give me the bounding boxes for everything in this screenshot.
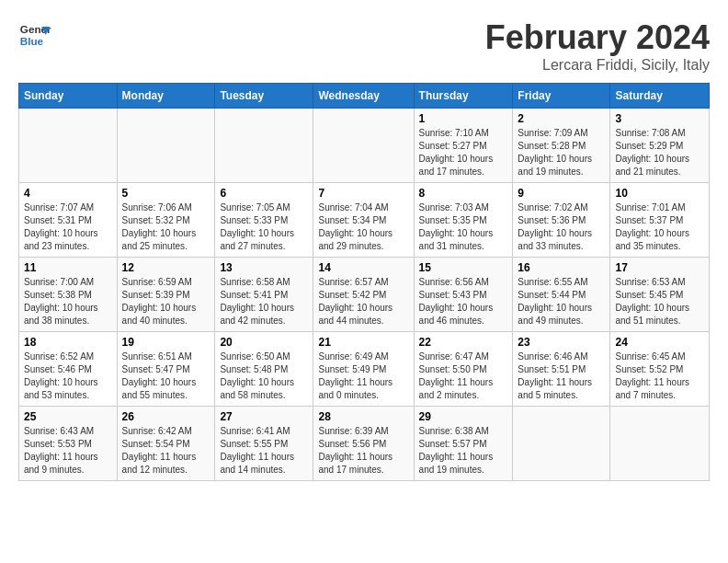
- calendar-day-cell: 12Sunrise: 6:59 AM Sunset: 5:39 PM Dayli…: [117, 258, 215, 332]
- calendar-day-cell: 6Sunrise: 7:05 AM Sunset: 5:33 PM Daylig…: [215, 183, 313, 258]
- day-number: 19: [122, 336, 210, 349]
- calendar-header-cell: Monday: [117, 84, 215, 109]
- day-info: Sunrise: 6:46 AM Sunset: 5:51 PM Dayligh…: [518, 350, 605, 402]
- logo: General Blue: [18, 18, 51, 52]
- calendar-day-cell: [313, 109, 414, 183]
- day-info: Sunrise: 6:58 AM Sunset: 5:41 PM Dayligh…: [220, 276, 308, 327]
- calendar-day-cell: [513, 407, 610, 481]
- day-number: 7: [318, 187, 408, 200]
- day-info: Sunrise: 6:38 AM Sunset: 5:57 PM Dayligh…: [419, 425, 508, 477]
- day-number: 16: [518, 261, 605, 274]
- day-info: Sunrise: 6:50 AM Sunset: 5:48 PM Dayligh…: [220, 350, 308, 402]
- day-info: Sunrise: 6:52 AM Sunset: 5:46 PM Dayligh…: [24, 350, 112, 402]
- day-info: Sunrise: 7:05 AM Sunset: 5:33 PM Dayligh…: [220, 201, 308, 253]
- day-info: Sunrise: 6:51 AM Sunset: 5:47 PM Dayligh…: [122, 350, 210, 402]
- day-number: 28: [318, 410, 408, 423]
- title-section: February 2024 Lercara Friddi, Sicily, It…: [485, 18, 710, 74]
- day-info: Sunrise: 7:09 AM Sunset: 5:28 PM Dayligh…: [518, 127, 605, 178]
- day-number: 29: [419, 410, 508, 423]
- day-number: 17: [615, 261, 704, 274]
- day-number: 22: [419, 336, 508, 349]
- calendar-day-cell: 24Sunrise: 6:45 AM Sunset: 5:52 PM Dayli…: [610, 332, 710, 407]
- day-info: Sunrise: 6:57 AM Sunset: 5:42 PM Dayligh…: [318, 276, 408, 327]
- calendar-day-cell: 10Sunrise: 7:01 AM Sunset: 5:37 PM Dayli…: [610, 183, 710, 258]
- calendar-day-cell: 1Sunrise: 7:10 AM Sunset: 5:27 PM Daylig…: [414, 109, 513, 183]
- day-info: Sunrise: 6:43 AM Sunset: 5:53 PM Dayligh…: [24, 425, 112, 477]
- day-info: Sunrise: 7:00 AM Sunset: 5:38 PM Dayligh…: [24, 276, 112, 327]
- day-number: 21: [318, 336, 408, 349]
- day-number: 12: [122, 261, 210, 274]
- calendar-day-cell: 3Sunrise: 7:08 AM Sunset: 5:29 PM Daylig…: [610, 109, 710, 183]
- day-info: Sunrise: 6:47 AM Sunset: 5:50 PM Dayligh…: [419, 350, 508, 402]
- calendar-day-cell: 27Sunrise: 6:41 AM Sunset: 5:55 PM Dayli…: [215, 407, 313, 481]
- day-info: Sunrise: 6:55 AM Sunset: 5:44 PM Dayligh…: [518, 276, 605, 327]
- calendar-day-cell: [610, 407, 710, 481]
- calendar-day-cell: 8Sunrise: 7:03 AM Sunset: 5:35 PM Daylig…: [414, 183, 513, 258]
- calendar-day-cell: 18Sunrise: 6:52 AM Sunset: 5:46 PM Dayli…: [19, 332, 118, 407]
- day-info: Sunrise: 6:56 AM Sunset: 5:43 PM Dayligh…: [419, 276, 508, 327]
- calendar-week-row: 18Sunrise: 6:52 AM Sunset: 5:46 PM Dayli…: [19, 332, 710, 407]
- calendar-day-cell: 13Sunrise: 6:58 AM Sunset: 5:41 PM Dayli…: [215, 258, 313, 332]
- day-info: Sunrise: 7:06 AM Sunset: 5:32 PM Dayligh…: [122, 201, 210, 253]
- calendar-day-cell: 20Sunrise: 6:50 AM Sunset: 5:48 PM Dayli…: [215, 332, 313, 407]
- calendar-header-cell: Sunday: [19, 84, 118, 109]
- calendar-day-cell: 25Sunrise: 6:43 AM Sunset: 5:53 PM Dayli…: [19, 407, 118, 481]
- page-header: General Blue February 2024 Lercara Fridd…: [18, 18, 710, 74]
- day-number: 10: [615, 187, 704, 200]
- calendar-table: SundayMondayTuesdayWednesdayThursdayFrid…: [18, 83, 710, 481]
- day-number: 2: [518, 112, 605, 125]
- calendar-header-cell: Friday: [513, 84, 610, 109]
- day-number: 26: [122, 410, 210, 423]
- day-number: 5: [122, 187, 210, 200]
- day-info: Sunrise: 6:42 AM Sunset: 5:54 PM Dayligh…: [122, 425, 210, 477]
- calendar-day-cell: 19Sunrise: 6:51 AM Sunset: 5:47 PM Dayli…: [117, 332, 215, 407]
- calendar-week-row: 25Sunrise: 6:43 AM Sunset: 5:53 PM Dayli…: [19, 407, 710, 481]
- day-number: 13: [220, 261, 308, 274]
- calendar-day-cell: [117, 109, 215, 183]
- day-number: 14: [318, 261, 408, 274]
- day-number: 4: [24, 187, 112, 200]
- day-info: Sunrise: 6:49 AM Sunset: 5:49 PM Dayligh…: [318, 350, 408, 402]
- calendar-week-row: 11Sunrise: 7:00 AM Sunset: 5:38 PM Dayli…: [19, 258, 710, 332]
- day-number: 9: [518, 187, 605, 200]
- calendar-day-cell: 7Sunrise: 7:04 AM Sunset: 5:34 PM Daylig…: [313, 183, 414, 258]
- calendar-day-cell: 28Sunrise: 6:39 AM Sunset: 5:56 PM Dayli…: [313, 407, 414, 481]
- calendar-day-cell: 4Sunrise: 7:07 AM Sunset: 5:31 PM Daylig…: [19, 183, 118, 258]
- day-info: Sunrise: 6:45 AM Sunset: 5:52 PM Dayligh…: [615, 350, 704, 402]
- day-info: Sunrise: 7:10 AM Sunset: 5:27 PM Dayligh…: [419, 127, 508, 178]
- calendar-header-cell: Saturday: [610, 84, 710, 109]
- day-number: 27: [220, 410, 308, 423]
- calendar-day-cell: 23Sunrise: 6:46 AM Sunset: 5:51 PM Dayli…: [513, 332, 610, 407]
- day-number: 23: [518, 336, 605, 349]
- calendar-day-cell: [215, 109, 313, 183]
- calendar-header-cell: Wednesday: [313, 84, 414, 109]
- logo-icon: General Blue: [18, 18, 51, 52]
- calendar-day-cell: 14Sunrise: 6:57 AM Sunset: 5:42 PM Dayli…: [313, 258, 414, 332]
- day-number: 24: [615, 336, 704, 349]
- day-info: Sunrise: 6:53 AM Sunset: 5:45 PM Dayligh…: [615, 276, 704, 327]
- day-info: Sunrise: 7:08 AM Sunset: 5:29 PM Dayligh…: [615, 127, 704, 178]
- svg-text:Blue: Blue: [20, 35, 44, 47]
- calendar-subtitle: Lercara Friddi, Sicily, Italy: [485, 57, 710, 74]
- calendar-day-cell: 11Sunrise: 7:00 AM Sunset: 5:38 PM Dayli…: [19, 258, 118, 332]
- day-info: Sunrise: 7:04 AM Sunset: 5:34 PM Dayligh…: [318, 201, 408, 253]
- day-number: 8: [419, 187, 508, 200]
- calendar-day-cell: 26Sunrise: 6:42 AM Sunset: 5:54 PM Dayli…: [117, 407, 215, 481]
- calendar-day-cell: 22Sunrise: 6:47 AM Sunset: 5:50 PM Dayli…: [414, 332, 513, 407]
- day-info: Sunrise: 6:41 AM Sunset: 5:55 PM Dayligh…: [220, 425, 308, 477]
- day-number: 20: [220, 336, 308, 349]
- calendar-week-row: 1Sunrise: 7:10 AM Sunset: 5:27 PM Daylig…: [19, 109, 710, 183]
- day-number: 15: [419, 261, 508, 274]
- calendar-header-cell: Thursday: [414, 84, 513, 109]
- day-info: Sunrise: 7:03 AM Sunset: 5:35 PM Dayligh…: [419, 201, 508, 253]
- calendar-day-cell: [19, 109, 118, 183]
- calendar-header-cell: Tuesday: [215, 84, 313, 109]
- day-number: 11: [24, 261, 112, 274]
- calendar-day-cell: 5Sunrise: 7:06 AM Sunset: 5:32 PM Daylig…: [117, 183, 215, 258]
- calendar-body: 1Sunrise: 7:10 AM Sunset: 5:27 PM Daylig…: [19, 109, 710, 481]
- day-info: Sunrise: 7:02 AM Sunset: 5:36 PM Dayligh…: [518, 201, 605, 253]
- day-info: Sunrise: 7:07 AM Sunset: 5:31 PM Dayligh…: [24, 201, 112, 253]
- day-number: 18: [24, 336, 112, 349]
- day-number: 6: [220, 187, 308, 200]
- day-number: 1: [419, 112, 508, 125]
